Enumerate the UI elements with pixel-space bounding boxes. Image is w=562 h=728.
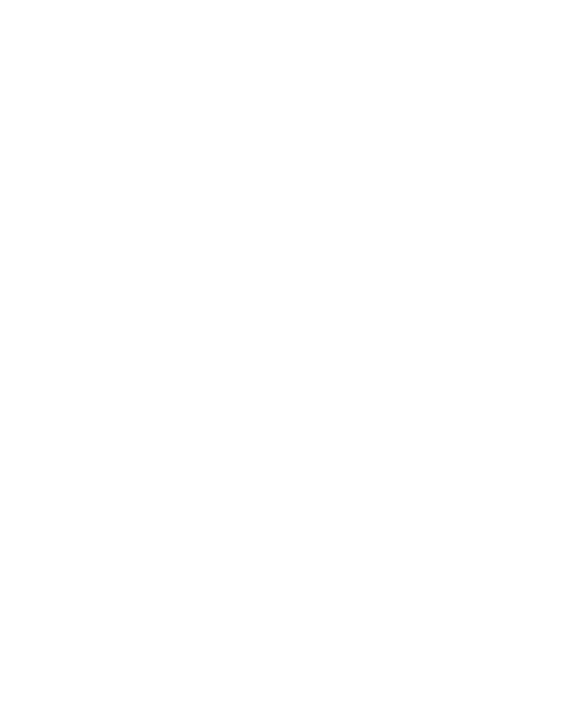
chart-canvas (0, 0, 562, 728)
stock-analysis-chart (0, 0, 562, 728)
